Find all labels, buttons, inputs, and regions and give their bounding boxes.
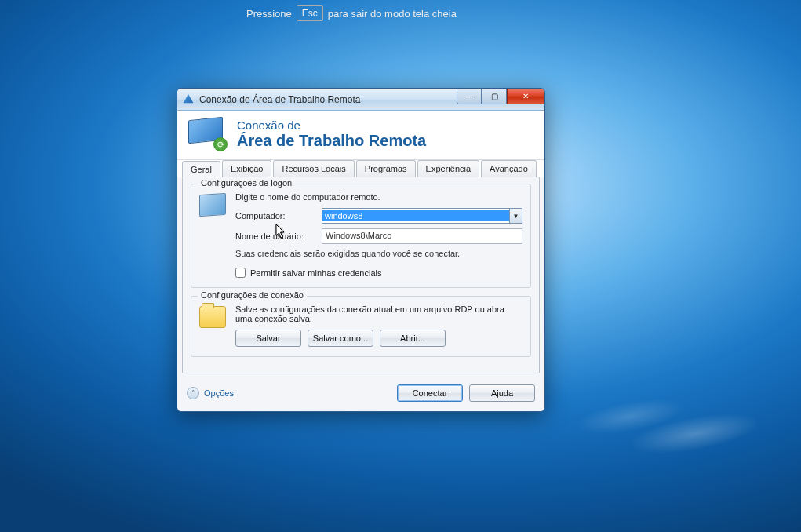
connect-button[interactable]: Conectar (397, 384, 463, 402)
save-button[interactable]: Salvar (235, 330, 301, 347)
logon-instruction: Digite o nome do computador remoto. (235, 192, 522, 202)
tab-avancado[interactable]: Avançado (481, 160, 537, 177)
tab-strip: Geral Exibição Recursos Locais Programas… (177, 160, 544, 177)
close-button[interactable]: ✕ (507, 89, 544, 104)
chevron-up-icon: ˄ (187, 387, 199, 399)
credentials-note: Suas credenciais serão exigidas quando v… (235, 249, 522, 258)
connection-instruction: Salve as configurações da conexão atual … (235, 304, 522, 323)
computer-combobox[interactable]: windows8 ▼ (322, 208, 522, 224)
tab-programas[interactable]: Programas (356, 160, 416, 177)
refresh-arrows-icon: ⟳ (213, 137, 228, 151)
wallpaper-leaf-decor (544, 358, 761, 486)
banner-computer-icon: ⟳ (188, 118, 226, 150)
window-titlebar[interactable]: Conexão de Área de Trabalho Remota — ▢ ✕ (177, 89, 544, 111)
computer-label: Computador: (235, 211, 314, 220)
username-label: Nome de usuário: (235, 231, 314, 241)
close-icon: ✕ (522, 92, 529, 100)
fullscreen-exit-notice: Pressione Esc para sair do modo tela che… (235, 0, 468, 27)
help-button[interactable]: Ajuda (469, 384, 535, 402)
maximize-button[interactable]: ▢ (482, 89, 507, 104)
banner-line2: Área de Trabalho Remota (237, 132, 426, 150)
tab-geral[interactable]: Geral (182, 161, 220, 178)
tab-body-geral: Configurações de logon Digite o nome do … (182, 177, 540, 373)
remote-desktop-icon (182, 93, 195, 106)
tab-recursos-locais[interactable]: Recursos Locais (273, 160, 354, 177)
allow-save-credentials-label: Permitir salvar minhas credenciais (250, 268, 382, 278)
banner-line1: Conexão de (237, 118, 426, 132)
window-title: Conexão de Área de Trabalho Remota (199, 94, 360, 105)
open-button[interactable]: Abrir... (380, 330, 446, 347)
save-as-button[interactable]: Salvar como... (308, 330, 373, 347)
fullscreen-notice-text-after: para sair do modo tela cheia (328, 8, 457, 20)
window-controls: — ▢ ✕ (457, 89, 544, 104)
fullscreen-notice-text-before: Pressione (246, 8, 292, 20)
allow-save-credentials-checkbox[interactable] (235, 268, 246, 278)
chevron-down-icon[interactable]: ▼ (509, 209, 522, 223)
esc-key-hint: Esc (297, 5, 323, 21)
folder-icon (199, 306, 226, 328)
options-toggle[interactable]: ˄ Opções (187, 387, 234, 399)
tab-experiencia[interactable]: Experiência (417, 160, 479, 177)
group-connection: Configurações de conexão Salve as config… (191, 296, 531, 357)
minimize-button[interactable]: — (457, 89, 482, 104)
dialog-footer: ˄ Opções Conectar Ajuda (177, 378, 544, 411)
remote-desktop-window: Conexão de Área de Trabalho Remota — ▢ ✕… (177, 88, 545, 412)
computer-mini-icon (199, 193, 226, 217)
computer-value[interactable]: windows8 (322, 210, 509, 221)
username-display: Windows8\Marco (322, 228, 522, 244)
group-logon-legend: Configurações de logon (198, 178, 295, 188)
options-label: Opções (204, 388, 234, 398)
group-connection-legend: Configurações de conexão (198, 290, 307, 300)
banner: ⟳ Conexão de Área de Trabalho Remota (177, 111, 544, 160)
group-logon: Configurações de logon Digite o nome do … (191, 184, 531, 288)
tab-exibicao[interactable]: Exibição (222, 160, 272, 177)
